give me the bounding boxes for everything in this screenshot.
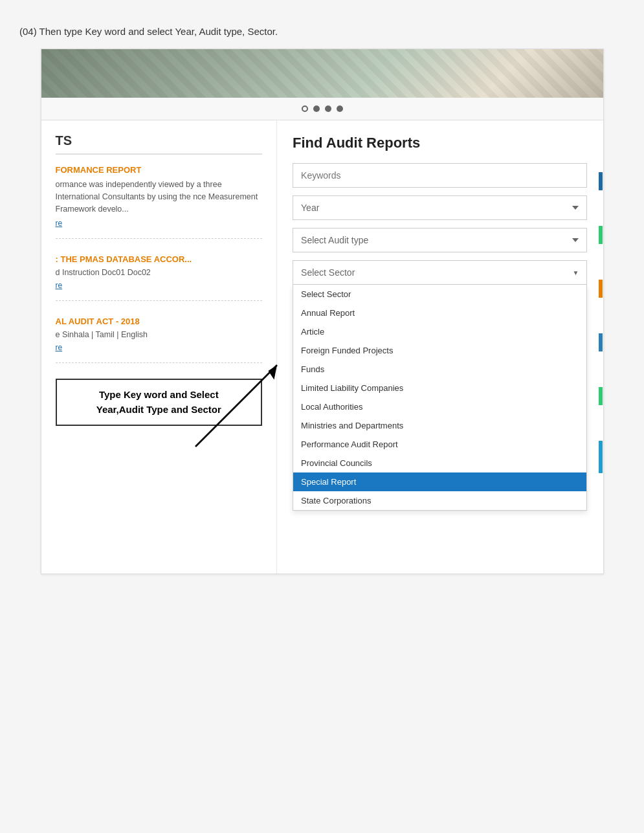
audit-type-group: Select Audit type bbox=[293, 228, 587, 252]
report-title-2[interactable]: : THE PMAS DATABASE ACCOR... bbox=[56, 254, 263, 264]
sector-item-11[interactable]: State Corporations bbox=[293, 491, 586, 510]
left-heading: TS bbox=[56, 133, 263, 155]
banner-image bbox=[41, 49, 603, 98]
sector-item-7[interactable]: Ministries and Departments bbox=[293, 416, 586, 435]
report-title-3[interactable]: AL AUDIT ACT - 2018 bbox=[56, 317, 263, 326]
report-meta-3: e Sinhala | Tamil | English bbox=[56, 330, 263, 339]
instruction-text: (04) Then type Key word and select Year,… bbox=[13, 26, 631, 37]
color-bar-2 bbox=[599, 226, 603, 244]
sector-item-3[interactable]: Foreign Funded Projects bbox=[293, 341, 586, 360]
keywords-group bbox=[293, 163, 587, 188]
annotation-line1: Type Key word and Select bbox=[67, 388, 251, 403]
sector-item-1[interactable]: Annual Report bbox=[293, 304, 586, 322]
sector-item-9[interactable]: Provincial Councils bbox=[293, 454, 586, 472]
sector-dropdown-arrow: ▼ bbox=[573, 269, 579, 276]
dot-2[interactable] bbox=[313, 106, 320, 112]
find-reports-title: Find Audit Reports bbox=[293, 135, 587, 151]
audit-type-select[interactable]: Select Audit type bbox=[293, 228, 587, 252]
sector-item-4[interactable]: Funds bbox=[293, 360, 586, 379]
color-bar-4 bbox=[599, 333, 603, 351]
color-bar-3 bbox=[599, 280, 603, 298]
screenshot-container: TS FORMANCE REPORT ormance was independe… bbox=[41, 49, 604, 574]
svg-marker-1 bbox=[268, 365, 277, 380]
annotation-box: Type Key word and Select Year,Audit Type… bbox=[56, 379, 263, 426]
right-column: Find Audit Reports Year Select Audit typ… bbox=[277, 120, 603, 573]
year-group: Year bbox=[293, 195, 587, 220]
sector-dropdown-list: Select Sector Annual Report Article Fore… bbox=[293, 285, 587, 511]
sector-trigger-label: Select Sector bbox=[301, 267, 355, 278]
report-link-2[interactable]: re bbox=[56, 281, 63, 290]
report-title-1[interactable]: FORMANCE REPORT bbox=[56, 165, 263, 175]
right-color-bars bbox=[599, 172, 603, 473]
sector-item-0[interactable]: Select Sector bbox=[293, 285, 586, 304]
report-item-2: : THE PMAS DATABASE ACCOR... d Instructi… bbox=[56, 254, 263, 301]
report-item-1: FORMANCE REPORT ormance was independentl… bbox=[56, 165, 263, 239]
dot-navigation bbox=[41, 98, 603, 120]
color-bar-6 bbox=[599, 441, 603, 473]
report-link-1[interactable]: re bbox=[56, 219, 63, 228]
sector-item-10[interactable]: Special Report bbox=[293, 472, 586, 491]
color-bar-1 bbox=[599, 172, 603, 190]
report-meta-2: d Instruction Doc01 Doc02 bbox=[56, 268, 263, 277]
year-select[interactable]: Year bbox=[293, 195, 587, 220]
main-content: TS FORMANCE REPORT ormance was independe… bbox=[41, 120, 603, 573]
report-link-3[interactable]: re bbox=[56, 343, 63, 352]
sector-dropdown-trigger[interactable]: Select Sector ▼ bbox=[293, 260, 587, 285]
dot-3[interactable] bbox=[325, 106, 331, 112]
sector-item-6[interactable]: Local Authorities bbox=[293, 397, 586, 416]
sector-item-5[interactable]: Limited Liability Companies bbox=[293, 379, 586, 397]
dot-4[interactable] bbox=[337, 106, 343, 112]
keywords-input[interactable] bbox=[293, 163, 587, 188]
report-item-3: AL AUDIT ACT - 2018 e Sinhala | Tamil | … bbox=[56, 317, 263, 363]
sector-item-2[interactable]: Article bbox=[293, 322, 586, 341]
report-body-1: ormance was independently viewed by a th… bbox=[56, 179, 263, 215]
sector-item-8[interactable]: Performance Audit Report bbox=[293, 435, 586, 454]
dot-1[interactable] bbox=[302, 106, 308, 112]
left-column: TS FORMANCE REPORT ormance was independe… bbox=[41, 120, 278, 573]
sector-dropdown-container: Select Sector ▼ Select Sector Annual Rep… bbox=[293, 260, 587, 285]
annotation-line2: Year,Audit Type and Sector bbox=[67, 403, 251, 417]
color-bar-5 bbox=[599, 387, 603, 405]
